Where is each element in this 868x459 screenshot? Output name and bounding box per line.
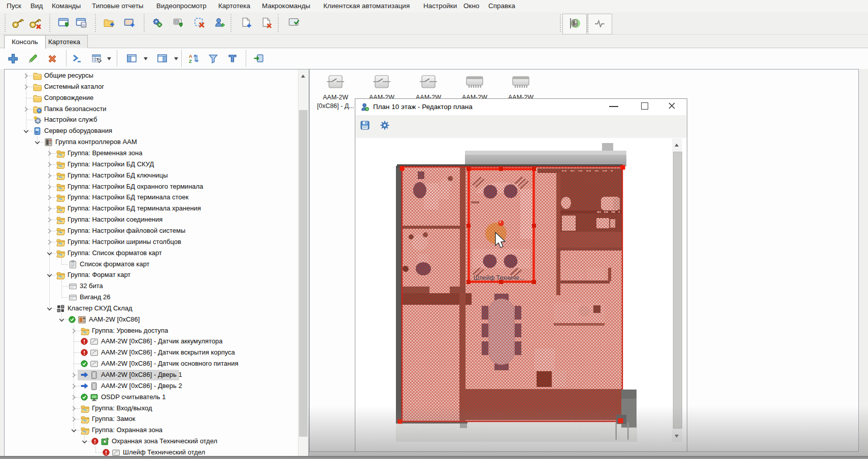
svg-text:Шлейф Техниче...: Шлейф Техниче... xyxy=(474,274,524,281)
